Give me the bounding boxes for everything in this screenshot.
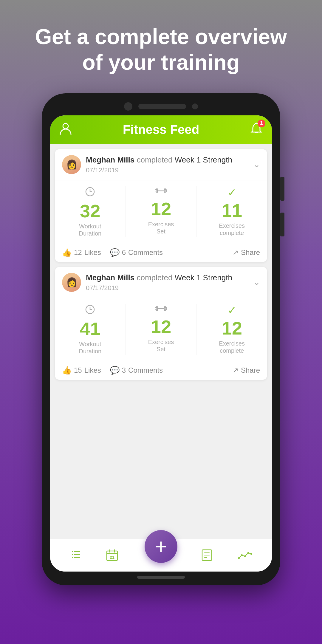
feed-content: 👩 Meghan Mills completed Week 1 Strength… bbox=[50, 144, 272, 539]
stat-complete-2: ✓ 12 Exercises complete bbox=[196, 304, 267, 355]
avatar-2: 👩 bbox=[62, 273, 81, 292]
calendar-icon: 21 bbox=[106, 549, 119, 562]
action-2: completed bbox=[137, 273, 174, 282]
card-1-info: Meghan Mills completed Week 1 Strength 0… bbox=[86, 155, 248, 174]
card-1-header: 👩 Meghan Mills completed Week 1 Strength… bbox=[55, 149, 267, 180]
likes-label-1: Likes bbox=[84, 248, 101, 257]
svg-point-23 bbox=[241, 554, 243, 556]
chevron-icon-2[interactable]: ⌄ bbox=[253, 277, 260, 287]
app-title: Fitness Feed bbox=[123, 123, 199, 137]
notification-wrapper[interactable]: 1 bbox=[250, 122, 263, 138]
comment-icon-2: 💬 bbox=[110, 366, 120, 375]
stats-row-2: 41 Workout Duration bbox=[55, 298, 267, 361]
check-icon-2: ✓ bbox=[227, 304, 236, 317]
likes-label-2: Likes bbox=[84, 366, 101, 374]
stat-exercises-1: 12 Exercises Set bbox=[126, 186, 197, 237]
stat-value-exercises-2: 12 bbox=[151, 318, 171, 336]
stats-row-1: 32 Workout Duration bbox=[55, 180, 267, 243]
front-camera bbox=[124, 102, 132, 111]
feed-card-1: 👩 Meghan Mills completed Week 1 Strength… bbox=[55, 149, 267, 262]
stat-value-complete-2: 12 bbox=[222, 319, 242, 338]
stat-exercises-2: 12 Exercises Set bbox=[126, 304, 197, 355]
workout-2: Week 1 Strength bbox=[175, 273, 232, 282]
stat-value-duration-2: 41 bbox=[80, 320, 100, 338]
share-action-1[interactable]: ↗ Share bbox=[233, 248, 260, 257]
user-name-1: Meghan Mills bbox=[86, 155, 134, 164]
card-2-info: Meghan Mills completed Week 1 Strength 0… bbox=[86, 273, 248, 292]
chevron-icon-1[interactable]: ⌄ bbox=[253, 160, 260, 169]
share-icon-2: ↗ bbox=[233, 366, 239, 374]
stat-label-duration-1: Workout Duration bbox=[79, 223, 102, 237]
workout-1: Week 1 Strength bbox=[175, 155, 232, 164]
svg-point-24 bbox=[244, 555, 246, 557]
svg-point-26 bbox=[250, 553, 252, 555]
fab-button[interactable]: + bbox=[145, 530, 177, 563]
comments-label-2: Comments bbox=[128, 366, 163, 374]
notification-badge: 1 bbox=[258, 120, 265, 127]
likes-count-1: 12 bbox=[74, 248, 82, 257]
like-action-1[interactable]: 👍 12 Likes bbox=[62, 248, 101, 257]
share-icon-1: ↗ bbox=[233, 248, 239, 257]
stat-label-exercises-2: Exercises Set bbox=[148, 338, 174, 353]
log-icon bbox=[200, 549, 213, 562]
action-1: completed bbox=[137, 155, 174, 164]
svg-rect-13 bbox=[72, 551, 73, 552]
svg-text:21: 21 bbox=[110, 555, 115, 560]
bottom-nav: 21 bbox=[50, 539, 272, 572]
svg-rect-15 bbox=[72, 554, 73, 555]
share-action-2[interactable]: ↗ Share bbox=[233, 366, 260, 374]
comments-count-2: 3 bbox=[122, 366, 126, 374]
card-2-header: 👩 Meghan Mills completed Week 1 Strength… bbox=[55, 267, 267, 298]
share-label-2: Share bbox=[241, 366, 260, 374]
phone-speaker bbox=[138, 104, 186, 109]
profile-icon[interactable] bbox=[59, 122, 72, 138]
stat-value-duration-1: 32 bbox=[80, 202, 100, 220]
app-header: Fitness Feed 1 bbox=[50, 115, 272, 144]
headline: Get a complete overview of your training bbox=[17, 24, 305, 75]
fab-plus-icon: + bbox=[155, 536, 167, 557]
share-label-1: Share bbox=[241, 248, 260, 257]
comments-label-1: Comments bbox=[128, 248, 163, 257]
clock-icon-1 bbox=[85, 186, 95, 199]
likes-count-2: 15 bbox=[74, 366, 82, 374]
home-indicator bbox=[137, 576, 185, 579]
nav-calendar[interactable]: 21 bbox=[106, 549, 119, 562]
nav-log[interactable] bbox=[200, 549, 213, 562]
avatar-1: 👩 bbox=[62, 155, 81, 174]
dumbbell-icon-2 bbox=[155, 304, 167, 315]
side-button-2 bbox=[280, 213, 284, 236]
svg-rect-17 bbox=[72, 557, 73, 558]
svg-point-25 bbox=[247, 552, 249, 554]
thumb-icon-1: 👍 bbox=[62, 248, 72, 257]
comment-icon-1: 💬 bbox=[110, 248, 120, 257]
card-2-footer: 👍 15 Likes 💬 3 Comments ↗ Share bbox=[55, 361, 267, 380]
side-button-1 bbox=[280, 177, 284, 201]
stat-label-complete-2: Exercises complete bbox=[219, 340, 245, 354]
svg-point-22 bbox=[238, 557, 240, 559]
stat-value-complete-1: 11 bbox=[222, 201, 242, 220]
feed-card-2: 👩 Meghan Mills completed Week 1 Strength… bbox=[55, 267, 267, 380]
svg-rect-14 bbox=[74, 551, 80, 552]
stat-label-exercises-1: Exercises Set bbox=[148, 221, 174, 235]
nav-feed[interactable] bbox=[68, 550, 81, 561]
card-1-footer: 👍 12 Likes 💬 6 Comments ↗ Share bbox=[55, 243, 267, 262]
stat-label-duration-2: Workout Duration bbox=[79, 340, 102, 355]
date-2: 07/17/2019 bbox=[86, 284, 248, 292]
stat-duration-1: 32 Workout Duration bbox=[55, 186, 126, 237]
phone-frame: Fitness Feed 1 👩 Meghan bbox=[42, 93, 280, 585]
phone-screen: Fitness Feed 1 👩 Meghan bbox=[50, 115, 272, 572]
user-name-2: Meghan Mills bbox=[86, 273, 134, 282]
clock-icon-2 bbox=[85, 304, 95, 317]
comments-count-1: 6 bbox=[122, 248, 126, 257]
stat-complete-1: ✓ 11 Exercises complete bbox=[196, 186, 267, 237]
svg-rect-16 bbox=[74, 554, 80, 555]
like-action-2[interactable]: 👍 15 Likes bbox=[62, 366, 101, 375]
date-1: 07/12/2019 bbox=[86, 166, 248, 174]
svg-rect-18 bbox=[74, 557, 80, 558]
nav-stats[interactable] bbox=[238, 550, 254, 561]
comment-action-2[interactable]: 💬 3 Comments bbox=[110, 366, 163, 375]
comment-action-1[interactable]: 💬 6 Comments bbox=[110, 248, 163, 257]
dumbbell-icon-1 bbox=[155, 186, 167, 197]
thumb-icon-2: 👍 bbox=[62, 366, 72, 375]
front-sensor bbox=[192, 103, 198, 109]
